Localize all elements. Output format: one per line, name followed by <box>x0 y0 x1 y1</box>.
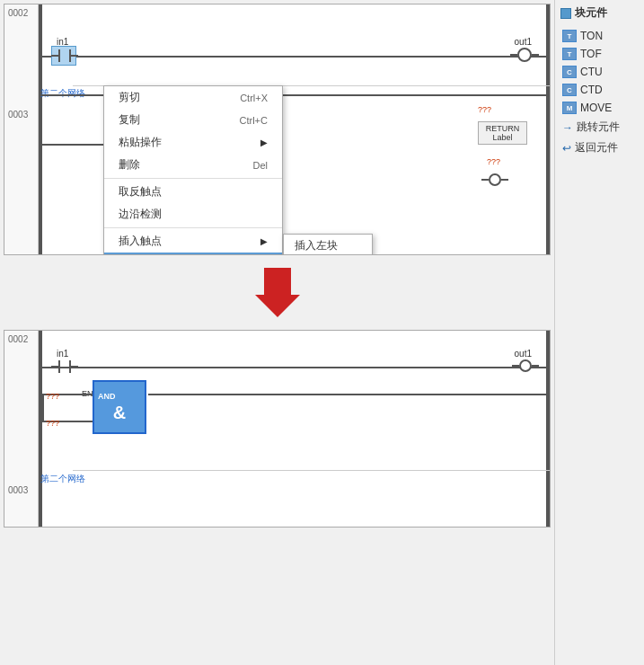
bottom-in1-label: in1 <box>57 349 68 359</box>
ctu-icon: C <box>562 66 577 78</box>
menu-copy[interactable]: 复制 Ctrl+C <box>104 109 282 131</box>
panel-header-label: 块元件 <box>575 5 607 21</box>
coil-bottom-out1[interactable] <box>512 359 539 372</box>
panel-item-move[interactable]: M MOVE <box>559 100 640 116</box>
menu-cut-shortcut: Ctrl+X <box>240 93 268 103</box>
menu-delete-shortcut: Del <box>252 160 268 171</box>
submenu-insert-left[interactable]: 插入左块 <box>284 235 372 255</box>
coil-out1[interactable] <box>510 48 539 62</box>
and-block-title: AND <box>94 392 116 401</box>
power-rail-right <box>546 4 550 254</box>
move-icon: M <box>562 102 577 114</box>
jump-label: 跳转元件 <box>577 120 620 135</box>
and-block-symbol: & <box>113 403 126 423</box>
panel-item-ton[interactable]: T TON <box>559 28 640 44</box>
ton-label: TON <box>580 30 603 42</box>
bottom-rung-0002: 0002 <box>6 332 36 346</box>
qqq2-label: ??? <box>46 419 59 428</box>
hline-rung1 <box>42 56 546 58</box>
second-network-label-bottom: 第二个网络 <box>40 473 85 485</box>
panel-item-jump[interactable]: → 跳转元件 <box>559 118 640 137</box>
hline-bottom-main <box>42 367 546 368</box>
submenu: 插入左块 插入右块 插入上块 插入下块 <box>283 234 373 255</box>
power-rail-right-bottom <box>546 331 550 527</box>
menu-insert-block[interactable]: 插入块 ▶ <box>104 253 282 255</box>
panel-header-icon <box>560 8 571 19</box>
ctu-label: CTU <box>580 66 603 78</box>
tof-label: TOF <box>580 48 602 60</box>
right-panel: 块元件 T TON T TOF C CTU C CTD M MOVE → 跳转元… <box>554 0 644 665</box>
menu-insert-contact-label: 插入触点 <box>119 234 162 249</box>
rung-divider-bottom <box>73 470 550 471</box>
menu-cut-label: 剪切 <box>119 90 140 105</box>
menu-cut[interactable]: 剪切 Ctrl+X <box>104 86 282 109</box>
qqq1-label: ??? <box>46 392 59 401</box>
panel-item-ctu[interactable]: C CTU <box>559 64 640 80</box>
bottom-rung-0003: 0003 <box>6 346 36 497</box>
ton-icon: T <box>562 30 577 42</box>
rung-number-col-bottom: 0002 0003 <box>4 331 39 527</box>
panel-item-tof[interactable]: T TOF <box>559 46 640 62</box>
ladder-bottom: 0002 0003 in1 <box>4 330 551 528</box>
power-rail-left <box>39 4 42 254</box>
menu-sep2 <box>104 227 282 228</box>
return-icon: ↩ <box>562 142 571 155</box>
contact-bottom-in1[interactable] <box>51 360 78 373</box>
power-rail-left-bottom <box>39 331 42 527</box>
tof-icon: T <box>562 48 577 60</box>
menu-paste-label: 粘贴操作 <box>119 135 162 150</box>
menu-copy-label: 复制 <box>119 112 140 128</box>
second-network-label-top: 第二个网络 <box>40 87 85 100</box>
down-arrow-svg <box>255 268 300 317</box>
menu-delete-label: 删除 <box>119 157 140 173</box>
ctd-icon: C <box>562 84 577 96</box>
rung-0003-label: 0003 <box>6 20 36 121</box>
rung-content-bottom: in1 out1 <box>39 331 550 527</box>
panel-item-ctd[interactable]: C CTD <box>559 82 640 98</box>
menu-sep1 <box>104 178 282 179</box>
menu-delete[interactable]: 删除 Del <box>104 154 282 176</box>
contact-in1[interactable] <box>51 49 78 62</box>
svg-marker-0 <box>255 268 300 317</box>
bottom-out1-label: out1 <box>515 349 532 359</box>
menu-negate-label: 取反触点 <box>119 184 162 200</box>
main-area: 0002 0003 in1 <box>0 0 554 665</box>
line-from-and <box>148 394 546 395</box>
menu-edge[interactable]: 边沿检测 <box>104 203 282 226</box>
move-label: MOVE <box>580 102 612 114</box>
context-menu: 剪切 Ctrl+X 复制 Ctrl+C 粘贴操作 ▶ 删除 Del 取反触点 边… <box>103 85 283 255</box>
menu-insert-contact[interactable]: 插入触点 ▶ <box>104 230 282 253</box>
menu-negate[interactable]: 取反触点 <box>104 181 282 203</box>
menu-edge-label: 边沿检测 <box>119 207 162 222</box>
return-label: 返回元件 <box>575 140 618 155</box>
big-arrow <box>0 259 554 326</box>
menu-copy-shortcut: Ctrl+C <box>240 115 268 126</box>
ladder-top: 0002 0003 in1 <box>4 4 551 255</box>
panel-item-return[interactable]: ↩ 返回元件 <box>559 138 640 157</box>
ctd-label: CTD <box>580 84 603 96</box>
rung-number-col: 0002 0003 <box>4 4 39 254</box>
rung-0002-label: 0002 <box>6 6 36 20</box>
panel-header: 块元件 <box>559 4 640 22</box>
jump-icon: → <box>562 121 573 134</box>
menu-insert-contact-arrow: ▶ <box>260 236 268 246</box>
menu-paste-arrow: ▶ <box>260 137 268 147</box>
vline-and-left <box>42 394 44 421</box>
menu-paste[interactable]: 粘贴操作 ▶ <box>104 131 282 154</box>
and-block[interactable]: AND & <box>93 380 146 434</box>
out1-label: out1 <box>515 37 532 47</box>
